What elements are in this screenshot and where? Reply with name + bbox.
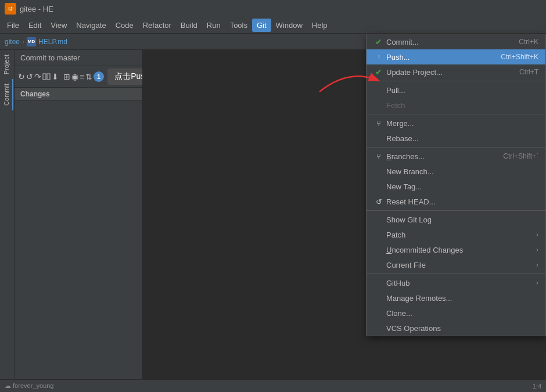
- push-label: Push...: [386, 53, 410, 62]
- uncommitted-label: Uncommitted Changes: [386, 246, 463, 254]
- grid-button[interactable]: ⊞: [63, 70, 70, 83]
- manage-remotes-label: Manage Remotes...: [386, 294, 452, 303]
- svg-rect-0: [43, 74, 46, 80]
- svg-rect-1: [47, 74, 50, 80]
- menu-build[interactable]: Build: [176, 19, 202, 32]
- pull-label: Pull...: [386, 86, 405, 95]
- refresh-button[interactable]: ↻: [18, 70, 25, 83]
- menu-code[interactable]: Code: [111, 19, 138, 32]
- status-git-info: ☁ forever_young: [5, 382, 53, 390]
- menu-refactor[interactable]: Refactor: [138, 19, 176, 32]
- menu-item-fetch: Fetch: [367, 98, 545, 113]
- reset-label: Reset HEAD...: [386, 197, 436, 206]
- sep2: [367, 114, 545, 114]
- update-icon: ✔: [373, 67, 384, 77]
- menu-item-show-git-log[interactable]: Show Git Log: [367, 212, 545, 227]
- new-tag-label: New Tag...: [386, 182, 422, 191]
- sidebar-tab-commit[interactable]: Commit: [1, 79, 13, 110]
- menu-tools[interactable]: Tools: [225, 19, 252, 32]
- branches-icon: ⑂: [373, 152, 384, 161]
- breadcrumb-root[interactable]: gitee: [5, 38, 20, 46]
- menu-bar: File Edit View Navigate Code Refactor Bu…: [0, 17, 546, 34]
- patch-arrow-icon: ›: [536, 231, 538, 239]
- push-icon: ↑: [373, 53, 384, 61]
- reset-icon: ↺: [373, 197, 384, 206]
- menu-item-rebase[interactable]: Rebase...: [367, 131, 545, 146]
- breadcrumb-sep1: ›: [22, 38, 24, 46]
- sep1: [367, 81, 545, 81]
- menu-item-reset-head[interactable]: ↺ Reset HEAD...: [367, 194, 545, 209]
- menu-item-commit[interactable]: ✔ Commit... Ctrl+K: [367, 34, 545, 49]
- rebase-label: Rebase...: [386, 134, 419, 143]
- changes-content: [15, 101, 142, 392]
- left-sidebar: Project Commit: [0, 50, 15, 392]
- diff-icon: [42, 73, 51, 81]
- menu-item-patch[interactable]: Patch ›: [367, 227, 545, 242]
- menu-item-current-file[interactable]: Current File ›: [367, 257, 545, 272]
- vcs-label: VCS Operations: [386, 324, 441, 333]
- menu-help[interactable]: Help: [307, 19, 332, 32]
- menu-item-github[interactable]: GitHub ›: [367, 275, 545, 290]
- menu-item-merge[interactable]: ⑂ Merge...: [367, 116, 545, 131]
- download-button[interactable]: ⬇: [52, 70, 59, 83]
- commit-panel-header: Commit to master: [15, 50, 142, 66]
- menu-item-pull[interactable]: Pull...: [367, 82, 545, 98]
- update-button[interactable]: ↷: [34, 70, 41, 83]
- menu-edit[interactable]: Edit: [24, 19, 46, 32]
- menu-item-update[interactable]: ✔ Update Project... Ctrl+T: [367, 64, 545, 80]
- menu-item-manage-remotes[interactable]: Manage Remotes...: [367, 290, 545, 305]
- git-dropdown-menu: ✔ Commit... Ctrl+K ↑ Push... Ctrl+Shift+…: [366, 34, 546, 336]
- current-file-arrow-icon: ›: [536, 261, 538, 269]
- collapse-button[interactable]: ⇅: [85, 70, 92, 83]
- new-branch-label: New Branch...: [386, 167, 434, 176]
- fetch-label: Fetch: [386, 101, 405, 110]
- undo-button[interactable]: ↺: [26, 70, 33, 83]
- menu-item-push[interactable]: ↑ Push... Ctrl+Shift+K: [367, 49, 545, 64]
- sep5: [367, 274, 545, 274]
- clone-label: Clone...: [386, 309, 412, 318]
- status-line-col: 1:4: [533, 383, 541, 390]
- sep3: [367, 147, 545, 148]
- expand-button[interactable]: ≡: [80, 70, 84, 83]
- sep4: [367, 210, 545, 211]
- menu-item-clone[interactable]: Clone...: [367, 305, 545, 321]
- branches-label: Branches...: [386, 152, 425, 161]
- eye-button[interactable]: ◉: [71, 70, 78, 83]
- menu-item-uncommitted[interactable]: Uncommitted Changes ›: [367, 242, 545, 257]
- commit-shortcut: Ctrl+K: [519, 38, 538, 46]
- update-label: Update Project...: [386, 68, 443, 77]
- menu-navigate[interactable]: Navigate: [71, 19, 110, 32]
- github-label: GitHub: [386, 279, 410, 287]
- status-bar: ☁ forever_young 1:4: [0, 379, 546, 392]
- sidebar-tab-project[interactable]: Project: [1, 50, 13, 79]
- merge-icon: ⑂: [373, 119, 384, 128]
- push-shortcut: Ctrl+Shift+K: [501, 53, 538, 61]
- commit-icon: ✔: [373, 37, 384, 46]
- status-right: 1:4: [533, 383, 541, 390]
- menu-file[interactable]: File: [2, 19, 24, 32]
- uncommitted-arrow-icon: ›: [536, 246, 538, 254]
- changes-header: Changes: [15, 88, 142, 101]
- commit-label: Commit...: [386, 38, 419, 46]
- current-file-label: Current File: [386, 261, 426, 269]
- menu-item-new-branch[interactable]: New Branch...: [367, 164, 545, 179]
- menu-window[interactable]: Window: [271, 19, 307, 32]
- diff-button[interactable]: [42, 70, 51, 83]
- patch-label: Patch: [386, 231, 405, 239]
- commit-panel: Commit to master ↻ ↺ ↷ ⬇ ⊞ ◉ ≡ ⇅ 1: [15, 50, 142, 392]
- file-type-icon: MD: [27, 37, 36, 46]
- app-icon: IJ: [5, 3, 16, 15]
- menu-run[interactable]: Run: [202, 19, 225, 32]
- update-shortcut: Ctrl+T: [519, 68, 538, 76]
- menu-item-new-tag[interactable]: New Tag...: [367, 179, 545, 194]
- title-bar: IJ gitee - HE: [0, 0, 546, 17]
- menu-item-vcs-operations[interactable]: VCS Operations: [367, 321, 545, 336]
- merge-label: Merge...: [386, 119, 414, 128]
- menu-item-branches[interactable]: ⑂ Branches... Ctrl+Shift+`: [367, 149, 545, 164]
- breadcrumb-file[interactable]: HELP.md: [38, 38, 67, 46]
- menu-git[interactable]: Git: [252, 19, 271, 32]
- git-log-label: Show Git Log: [386, 215, 432, 224]
- push-badge: 1: [94, 71, 104, 82]
- menu-view[interactable]: View: [46, 19, 71, 32]
- github-arrow-icon: ›: [536, 279, 538, 287]
